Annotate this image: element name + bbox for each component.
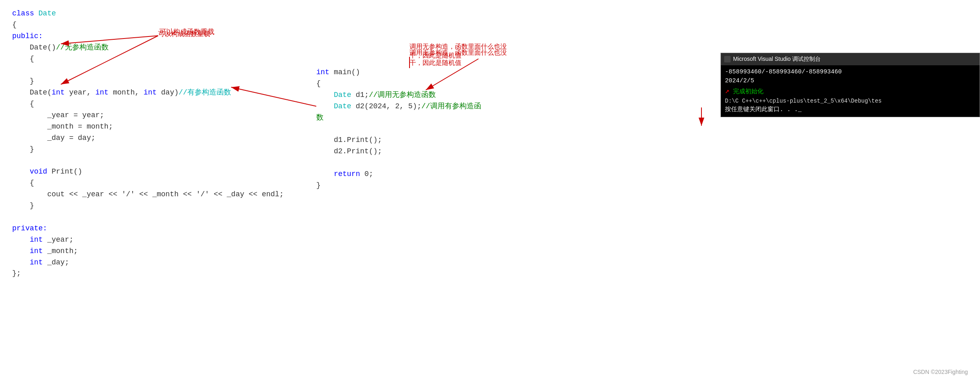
- code-line-4: Date()//无参构造函数: [12, 42, 458, 54]
- console-icon: [724, 56, 731, 62]
- console-title: Microsoft Visual Studio 调试控制台: [733, 55, 821, 64]
- footer: CSDN ©2023Fighting: [913, 368, 968, 377]
- right-line-10: }: [316, 180, 487, 191]
- console-window: Microsoft Visual Studio 调试控制台 -858993460…: [721, 53, 980, 117]
- right-line-1: int main(): [316, 67, 487, 78]
- code-line-19: [12, 212, 458, 223]
- code-line-22: int _month;: [12, 246, 458, 257]
- console-line-1: -858993460/-858993460/-858993460: [725, 68, 976, 77]
- console-line-5: 按任意键关闭此窗口. . ._: [725, 105, 976, 115]
- right-line-2: {: [316, 78, 487, 90]
- right-line-6: d1.Print();: [316, 135, 487, 146]
- annotation-label-1: 可以构成函数重载: [158, 29, 210, 39]
- code-line-1: class Date: [12, 8, 458, 19]
- annotation-label-2: 调用无参构造，函数里面什么也没 干，因此是随机值: [410, 48, 507, 68]
- right-line-8: [316, 157, 487, 169]
- right-line-3: Date d1;//调用无参构造函数: [316, 90, 487, 101]
- console-line-2: 2024/2/5: [725, 77, 976, 86]
- right-line-4: Date d2(2024, 2, 5);//调用有参构造函数: [316, 101, 487, 124]
- code-line-3: public:: [12, 31, 458, 42]
- console-path: D:\C C++\c++\cplus-plus\test_2_5\x64\Deb…: [725, 97, 976, 105]
- console-titlebar: Microsoft Visual Studio 调试控制台: [721, 53, 980, 65]
- code-line-21: int _year;: [12, 234, 458, 246]
- right-line-9: return 0;: [316, 169, 487, 180]
- code-line-5: {: [12, 54, 458, 65]
- console-highlight: 完成初始化: [733, 88, 763, 95]
- code-line-18: }: [12, 200, 458, 212]
- right-code-block: int main() { Date d1;//调用无参构造函数 Date d2(…: [316, 67, 487, 191]
- code-line-23: int _day;: [12, 257, 458, 268]
- code-line-2: {: [12, 19, 458, 31]
- code-line-20: private:: [12, 223, 458, 234]
- right-line-7: d2.Print();: [316, 146, 487, 157]
- console-line-3: ↗ 完成初始化: [725, 86, 976, 97]
- right-line-5: [316, 123, 487, 135]
- console-body: -858993460/-858993460/-858993460 2024/2/…: [721, 65, 980, 117]
- code-line-24: };: [12, 268, 458, 279]
